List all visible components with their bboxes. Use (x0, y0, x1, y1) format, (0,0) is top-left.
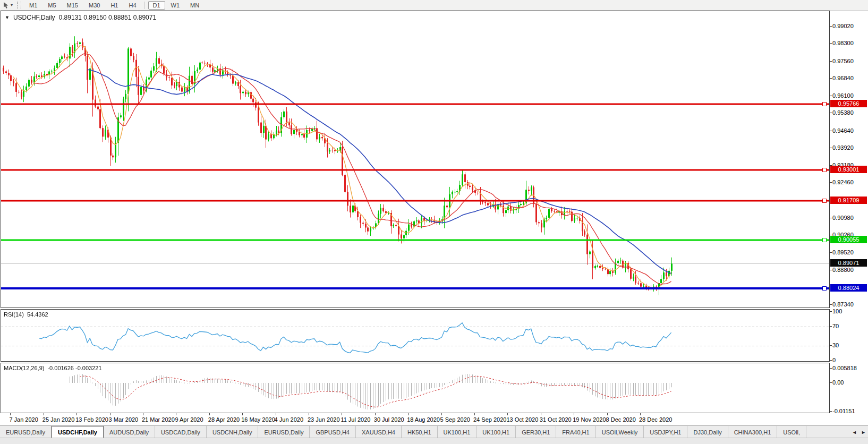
price-chart-canvas[interactable] (1, 11, 829, 308)
date-axis-label: 28 Apr 2020 (208, 416, 240, 423)
axis-tick-mark (830, 43, 832, 44)
cursor-tool-button[interactable]: ▾ (0, 2, 15, 9)
rsi-name: RSI(14) (4, 311, 24, 318)
price-axis-label: 0.99020 (832, 23, 854, 29)
date-axis-label: 19 Nov 2020 (573, 416, 606, 423)
date-axis-label: 24 Sep 2020 (473, 416, 506, 423)
timeframe-button-m5[interactable]: M5 (43, 1, 61, 10)
collapse-triangle-icon[interactable]: ▼ (5, 15, 10, 20)
symbol-tabs: EURUSD,DailyUSDCHF,DailyAUDUSD,DailyUSDC… (0, 426, 850, 438)
symbol-tab-usdchf-daily[interactable]: USDCHF,Daily (52, 426, 104, 438)
symbol-tab-gbpusd-h4[interactable]: GBPUSD,H4 (310, 426, 356, 438)
symbol-tab-usdcad-daily[interactable]: USDCAD,Daily (155, 426, 207, 438)
symbol-tab-uk100-h1[interactable]: UK100,H1 (438, 426, 477, 438)
mt4-window: ▾ M1M5M15M30H1H4D1W1MN ▼ USDCHF,Daily 0.… (0, 0, 868, 444)
symbol-tab-usoil-[interactable]: USOil, (777, 426, 806, 438)
date-axis-label: 8 Dec 2020 (606, 416, 636, 423)
macd-canvas[interactable] (1, 363, 829, 413)
date-tick-mark (143, 413, 143, 415)
date-tick-mark (408, 413, 409, 415)
date-axis-label: 13 Feb 2020 (75, 416, 108, 423)
axis-tick-mark (830, 270, 832, 270)
timeframe-button-m30[interactable]: M30 (84, 1, 105, 10)
tabs-scroll-left-button[interactable]: ◄ (850, 426, 859, 438)
symbol-tab-usoil-weekly[interactable]: USOil,Weekly (596, 426, 644, 438)
axis-tick-mark (830, 26, 832, 27)
symbol-tab-eurusd-daily[interactable]: EURUSD,Daily (0, 426, 52, 438)
toolbar-divider (144, 2, 145, 9)
dropdown-caret-icon[interactable]: ▾ (11, 3, 13, 7)
price-axis-label: 0.92460 (832, 179, 854, 185)
price-axis-label: 0.93920 (832, 144, 854, 151)
symbol-tab-usdjpy-h1[interactable]: USDJPY,H1 (644, 426, 687, 438)
price-badge-0-90055: 0.90055 (830, 236, 867, 243)
price-badge-0-93001: 0.93001 (830, 166, 867, 173)
timeframe-button-w1[interactable]: W1 (166, 1, 185, 10)
date-axis-label: 21 Mar 2020 (142, 416, 175, 423)
axis-tick-mark (830, 360, 832, 361)
toolbar-grip (17, 2, 21, 8)
symbol-tab-xauusd-h4[interactable]: XAUUSD,H4 (356, 426, 402, 438)
symbol-tab-bar: EURUSD,DailyUSDCHF,DailyAUDUSD,DailyUSDC… (0, 425, 868, 438)
date-axis-label: 3 Mar 2020 (109, 416, 139, 423)
timeframe-button-m15[interactable]: M15 (62, 1, 83, 10)
timeframe-toolbar: ▾ M1M5M15M30H1H4D1W1MN (0, 0, 868, 11)
date-axis-label: 18 Aug 2020 (407, 416, 440, 423)
symbol-tab-usdcnh-daily[interactable]: USDCNH,Daily (207, 426, 259, 438)
symbol-tab-hk50-h1[interactable]: HK50,H1 (402, 426, 438, 438)
date-axis-label: 23 Jun 2020 (308, 416, 340, 423)
timeframe-button-mn[interactable]: MN (185, 1, 204, 10)
symbol-tab-uk100-h1[interactable]: UK100,H1 (476, 426, 516, 438)
date-tick-mark (110, 413, 110, 415)
macd-axis-label: 0.005818 (832, 365, 857, 371)
date-axis-label: 30 Jul 2020 (374, 416, 404, 423)
price-axis-label: 0.95380 (832, 109, 854, 116)
date-tick-mark (474, 413, 475, 415)
price-axis-label: 0.96100 (832, 92, 854, 99)
rsi-axis-label: 30 (832, 342, 839, 348)
date-axis-label: 11 Jul 2020 (341, 416, 370, 423)
axis-tick-mark (830, 368, 832, 369)
tabs-scroll-right-button[interactable]: ► (859, 426, 868, 438)
timeframe-button-h1[interactable]: H1 (106, 1, 123, 10)
symbol-tab-audusd-daily[interactable]: AUDUSD,Daily (104, 426, 155, 438)
macd-pane: MACD(12,26,9) -0.001626 -0.003221 (1, 363, 830, 413)
rsi-axis-label: 70 (832, 323, 839, 329)
date-tick-mark (176, 413, 176, 415)
axis-tick-mark (830, 345, 832, 346)
date-tick-mark (242, 413, 243, 415)
date-tick-mark (44, 413, 44, 415)
date-tick-mark (607, 413, 608, 415)
date-tick-mark (375, 413, 376, 415)
axis-tick-mark (830, 326, 832, 327)
rsi-canvas[interactable] (1, 310, 829, 361)
symbol-tab-ger30-h1[interactable]: GER30,H1 (516, 426, 556, 438)
date-axis-label: 16 May 2020 (241, 416, 275, 423)
price-badge-0-89071: 0.89071 (830, 259, 867, 267)
axis-tick-mark (830, 131, 832, 131)
axis-tick-mark (830, 311, 832, 312)
timeframe-button-d1[interactable]: D1 (148, 1, 165, 10)
timeframe-button-m1[interactable]: M1 (24, 1, 42, 10)
bottom-scrollbar-strip[interactable] (0, 438, 868, 444)
symbol-tab-fra40-h1[interactable]: FRA40,H1 (556, 426, 595, 438)
axis-tick-mark (830, 61, 832, 62)
symbol-tab-china300-h1[interactable]: CHINA300,H1 (728, 426, 778, 438)
axis-tick-mark (830, 148, 832, 148)
price-axis-label: 0.94640 (832, 127, 854, 134)
symbol-tab-dj30-daily[interactable]: DJ30,Daily (687, 426, 728, 438)
timeframe-button-h4[interactable]: H4 (124, 1, 141, 10)
price-axis-label: 0.88800 (832, 267, 854, 273)
symbol-tab-eurusd-daily[interactable]: EURUSD,Daily (258, 426, 310, 438)
date-tick-mark (441, 413, 442, 415)
timeframe-buttons: M1M5M15M30H1H4D1W1MN (24, 1, 205, 10)
chart-window: ▼ USDCHF,Daily 0.89131 0.89150 0.88851 0… (1, 11, 867, 425)
date-axis-label: 25 Jan 2020 (42, 416, 75, 423)
date-tick-mark (541, 413, 541, 415)
rsi-axis-label: 0 (832, 357, 836, 363)
macd-name: MACD(12,26,9) (4, 365, 44, 371)
cursor-icon (2, 2, 9, 9)
date-axis-label: 7 Jan 2020 (9, 416, 38, 423)
price-axis-label: 0.97560 (832, 58, 854, 64)
price-badge-0-88024: 0.88024 (830, 284, 867, 292)
